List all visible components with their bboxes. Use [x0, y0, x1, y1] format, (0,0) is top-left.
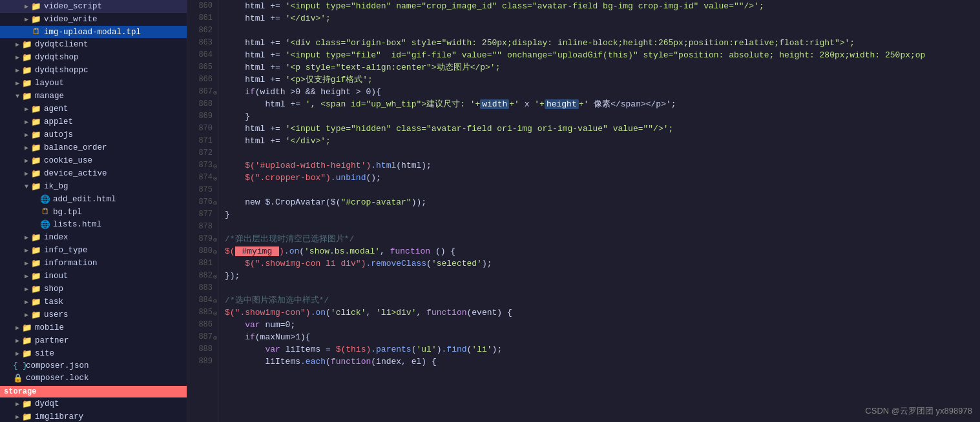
tree-item-label: ik_bg	[44, 182, 187, 191]
sidebar-item-lists.html[interactable]: 🌐lists.html	[0, 218, 187, 231]
sidebar-item-composer.lock[interactable]: 🔒composer.lock	[0, 372, 187, 385]
storage-item-imglibrary[interactable]: ▶📁imglibrary	[0, 410, 187, 422]
token-plain: ,	[416, 308, 426, 317]
tree-item-label: dydqtclient	[35, 40, 187, 49]
token-string: '<div class="origin-box" style="width: 2…	[286, 38, 855, 48]
token-plain: (	[426, 259, 432, 268]
sidebar-item-video_script[interactable]: ▶📁video_script	[0, 0, 187, 13]
sidebar-item-device_active[interactable]: ▶📁device_active	[0, 167, 187, 180]
tree-item-label: manage	[35, 92, 187, 101]
sidebar-item-add_edit.html[interactable]: 🌐add_edit.html	[0, 193, 187, 206]
sidebar-item-composer.json[interactable]: { }composer.json	[0, 360, 187, 372]
fold-marker[interactable]: ⊙	[213, 271, 218, 283]
sidebar-item-manage[interactable]: ▼📁manage	[0, 90, 187, 103]
token-string: 'show.bs.modal'	[304, 246, 380, 256]
sidebar-item-site[interactable]: ▶📁site	[0, 347, 187, 360]
tree-item-label: partner	[35, 336, 187, 345]
token-plain: });	[225, 271, 240, 281]
line-number: 864	[190, 49, 213, 61]
fold-marker[interactable]: ⊙	[213, 234, 218, 246]
sidebar-item-partner[interactable]: ▶📁partner	[0, 334, 187, 347]
sidebar-item-information[interactable]: ▶📁information	[0, 257, 187, 270]
tree-arrow: ▶	[22, 105, 31, 113]
code-line: ⊙$(".showimg-con").on('click', 'li>div',…	[225, 306, 980, 319]
token-plain: ($(	[326, 197, 340, 207]
line-number: 873	[190, 159, 213, 172]
token-plain: new	[225, 197, 265, 207]
fold-marker[interactable]: ⊙	[213, 197, 218, 210]
sidebar-item-dydqtclient[interactable]: ▶📁dydqtclient	[0, 38, 187, 51]
sidebar-item-cookie_use[interactable]: ▶📁cookie_use	[0, 154, 187, 167]
token-selector: $(".showimg-con li div")	[245, 259, 366, 268]
tree-arrow: ▶	[13, 79, 22, 87]
code-line: html += '<input type="file" id="gif-file…	[225, 49, 980, 61]
sidebar-item-applet[interactable]: ▶📁applet	[0, 116, 187, 128]
line-number: 872	[190, 147, 213, 159]
fold-marker[interactable]: ⊙	[213, 296, 218, 308]
tree-arrow: ▶	[13, 66, 22, 74]
code-line: html += '</div>';	[225, 12, 980, 25]
token-string: '+	[534, 99, 545, 109]
token-selector: $('#upload-width-height')	[245, 161, 371, 170]
token-plain: }	[225, 112, 250, 121]
line-number: 889	[190, 356, 213, 368]
tree-item-label: dydqtshop	[35, 53, 187, 62]
fold-marker[interactable]: ⊙	[213, 87, 218, 99]
fold-marker[interactable]: ⊙	[213, 246, 218, 259]
line-number: 880	[190, 245, 213, 257]
file-json-icon: { }	[13, 361, 23, 370]
folder-icon: 📁	[31, 297, 41, 307]
storage-item-dydqt[interactable]: ▶📁dydqt	[0, 397, 187, 410]
folder-icon: 📁	[31, 168, 41, 179]
tree-item-label: users	[44, 310, 187, 319]
sidebar-item-autojs[interactable]: ▶📁autojs	[0, 128, 187, 141]
tree-item-label: lists.html	[53, 220, 187, 229]
code-line	[225, 25, 980, 37]
folder-icon: 📁	[31, 310, 41, 320]
sidebar-item-bg.tpl[interactable]: 🗒bg.tpl	[0, 206, 187, 218]
file-tree-sidebar[interactable]: ▶📁video_script▶📁video_write🗒img-upload-m…	[0, 0, 187, 422]
tree-arrow: ▶	[13, 350, 22, 357]
code-line: }	[225, 110, 980, 123]
token-keyword: function	[331, 357, 371, 367]
sidebar-item-inout[interactable]: ▶📁inout	[0, 270, 187, 283]
token-plain: num=0;	[260, 320, 296, 330]
sidebar-item-users[interactable]: ▶📁users	[0, 308, 187, 321]
tree-item-label: imglibrary	[35, 412, 187, 421]
sidebar-item-info_type[interactable]: ▶📁info_type	[0, 244, 187, 257]
token-string: '</div>';	[286, 14, 331, 23]
sidebar-item-video_write[interactable]: ▶📁video_write	[0, 13, 187, 26]
sidebar-item-mobile[interactable]: ▶📁mobile	[0, 321, 187, 334]
fold-marker[interactable]: ⊙	[213, 308, 218, 320]
sidebar-item-balance_order[interactable]: ▶📁balance_order	[0, 141, 187, 154]
sidebar-item-agent[interactable]: ▶📁agent	[0, 103, 187, 116]
folder-icon: 📁	[31, 258, 41, 268]
sidebar-item-shop[interactable]: ▶📁shop	[0, 283, 187, 296]
code-line: ⊙ new $.CropAvatar($("#crop-avatar"));	[225, 196, 980, 208]
code-line: ⊙});	[225, 270, 980, 282]
sidebar-item-ik_bg[interactable]: ▼📁ik_bg	[0, 180, 187, 193]
fold-marker[interactable]: ⊙	[213, 173, 218, 185]
tree-arrow: ▶	[22, 118, 31, 126]
token-string: '<input type="hidden" name="crop_image_i…	[286, 1, 764, 11]
tree-item-label: index	[44, 233, 187, 242]
sidebar-item-task[interactable]: ▶📁task	[0, 296, 187, 308]
sidebar-item-dydqtshop[interactable]: ▶📁dydqtshop	[0, 51, 187, 64]
folder-icon: 📁	[22, 348, 32, 359]
sidebar-item-img-upload-modal.tpl[interactable]: 🗒img-upload-modal.tpl	[0, 26, 187, 38]
fold-marker[interactable]: ⊙	[213, 161, 218, 173]
sidebar-item-dydqtshoppc[interactable]: ▶📁dydqtshoppc	[0, 64, 187, 77]
sidebar-item-index[interactable]: ▶📁index	[0, 231, 187, 244]
line-number: 871	[190, 135, 213, 147]
folder-icon: 📁	[22, 336, 32, 346]
token-plain: html +=	[225, 99, 306, 109]
line-number: 860	[190, 0, 213, 12]
tree-item-label: video_write	[44, 15, 187, 24]
token-string: '<p style="text-align:center">动态图片</p>';	[286, 63, 501, 72]
token-plain: html +=	[225, 124, 286, 134]
line-number: 884	[190, 294, 213, 306]
fold-marker[interactable]: ⊙	[213, 332, 218, 345]
token-plain: > 0){	[351, 87, 381, 97]
sidebar-item-layout[interactable]: ▶📁layout	[0, 77, 187, 90]
code-line: $(".showimg-con li div").removeClass('se…	[225, 257, 980, 270]
